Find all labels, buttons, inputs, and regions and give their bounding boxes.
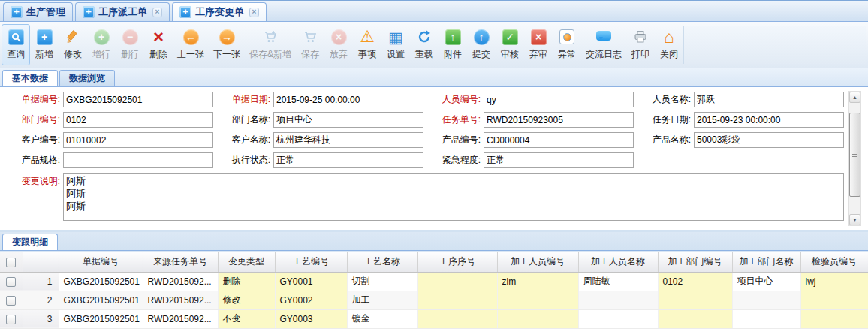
field-product-name: 产品名称: xyxy=(634,132,844,148)
close-icon[interactable]: × xyxy=(249,8,259,17)
save-and-new-button[interactable]: 保存&新增 xyxy=(245,24,296,65)
delete-row-button[interactable]: − 删行 xyxy=(116,24,144,65)
row-checkbox[interactable] xyxy=(6,315,16,324)
query-button[interactable]: 查询 xyxy=(2,24,30,65)
add-icon: + xyxy=(35,27,54,47)
calendar-grid-icon: ▦ xyxy=(386,27,405,47)
field-empty xyxy=(634,152,844,168)
scroll-up-icon[interactable]: ▲ xyxy=(849,92,860,103)
product-spec-input[interactable] xyxy=(63,152,213,168)
row-number: 1 xyxy=(23,272,59,291)
col-craft-name[interactable]: 工艺名称 xyxy=(347,252,417,272)
form-tabbar: 基本数据 数据浏览 xyxy=(0,68,868,87)
submit-button[interactable]: ↑ 提交 xyxy=(467,24,496,65)
close-button[interactable]: ⌂ 关闭 xyxy=(655,24,683,65)
arrow-left-icon: ← xyxy=(181,27,200,47)
thumb-down-icon: × xyxy=(529,27,548,47)
task-date-label: 任务日期: xyxy=(634,113,691,126)
col-inspector-no[interactable]: 检验员编号 xyxy=(800,252,868,272)
customer-name-input[interactable] xyxy=(273,132,423,148)
person-name-input[interactable] xyxy=(694,92,844,107)
customer-no-label: 客户编号: xyxy=(3,134,60,146)
change-detail-grid: 单据编号 来源任务单号 变更类型 工艺编号 工艺名称 工序序号 加工人员编号 加… xyxy=(0,252,868,335)
unapprove-button[interactable]: × 弃审 xyxy=(524,24,553,65)
col-work-dept-no[interactable]: 加工部门编号 xyxy=(658,252,732,272)
arrow-right-icon: → xyxy=(217,27,237,47)
exec-status-input[interactable] xyxy=(273,152,423,168)
approve-button[interactable]: ✓ 审核 xyxy=(496,24,524,65)
thumb-up-icon: ✓ xyxy=(500,27,520,47)
field-urgency: 紧急程度: xyxy=(423,152,634,168)
form-scrollbar[interactable]: ▲ ▼ xyxy=(848,91,861,226)
pencil-icon xyxy=(63,27,83,47)
product-name-input[interactable] xyxy=(694,132,844,148)
customer-name-label: 客户名称: xyxy=(213,134,270,146)
col-craft-no[interactable]: 工艺编号 xyxy=(275,252,347,272)
add-row-button[interactable]: + 增行 xyxy=(87,24,116,65)
doc-no-input[interactable] xyxy=(63,92,213,107)
matters-button[interactable]: ⚠ 事项 xyxy=(353,24,381,65)
table-row[interactable]: 3 GXBG2015092501 RWD2015092... 不变 GY0003… xyxy=(0,309,868,328)
table-row[interactable]: 1 GXBG2015092501 RWD2015092... 删除 GY0001… xyxy=(0,272,868,291)
dept-name-label: 部门名称: xyxy=(213,113,270,126)
basic-data-form: 单据编号: 单据日期: 人员编号: 人员名称: 部门编号: 部门名称: xyxy=(0,87,868,230)
close-icon[interactable]: × xyxy=(152,8,162,17)
tab-change-detail[interactable]: 变跟明细 xyxy=(2,234,58,250)
col-process-seq[interactable]: 工序序号 xyxy=(417,252,497,272)
field-dept-name: 部门名称: xyxy=(213,112,423,128)
col-source-task-no[interactable]: 来源任务单号 xyxy=(143,252,218,272)
person-no-label: 人员编号: xyxy=(423,93,481,106)
dept-name-input[interactable] xyxy=(273,112,423,128)
communication-log-button[interactable]: 交流日志 xyxy=(581,24,626,65)
cart-icon xyxy=(300,27,320,47)
row-checkbox[interactable] xyxy=(6,277,16,287)
select-all-checkbox[interactable] xyxy=(6,258,16,267)
exception-icon xyxy=(557,27,577,47)
toolbar-spacer xyxy=(683,26,866,64)
next-button[interactable]: → 下一张 xyxy=(209,24,245,65)
scrollbar-thumb[interactable] xyxy=(849,113,860,197)
change-note-textarea[interactable]: 阿斯 阿斯 阿斯 xyxy=(63,173,844,221)
refresh-icon xyxy=(414,27,434,47)
table-row[interactable]: 2 GXBG2015092501 RWD2015092... 修改 GY0002… xyxy=(0,291,868,309)
dept-no-input[interactable] xyxy=(63,112,213,128)
tab-process-dispatch-order[interactable]: + 工序派工单 × xyxy=(75,2,170,21)
urgency-input[interactable] xyxy=(484,152,634,168)
previous-button[interactable]: ← 上一张 xyxy=(173,24,209,65)
save-button[interactable]: 保存 xyxy=(296,24,324,65)
settings-button[interactable]: ▦ 设置 xyxy=(381,24,410,65)
print-button[interactable]: 打印 xyxy=(626,24,655,65)
task-date-input[interactable] xyxy=(694,112,844,128)
delete-row-icon: − xyxy=(120,27,140,47)
person-no-input[interactable] xyxy=(484,92,634,107)
reload-button[interactable]: 重载 xyxy=(410,24,439,65)
module-plus-icon: + xyxy=(83,6,95,18)
col-worker-no[interactable]: 加工人员编号 xyxy=(497,252,578,272)
customer-no-input[interactable] xyxy=(63,132,213,148)
exec-status-label: 执行状态: xyxy=(213,154,270,167)
tab-data-browse[interactable]: 数据浏览 xyxy=(59,70,115,86)
process-change-order-window: + 生产管理 + 工序派工单 × + 工序变更单 × 查询 + 新增 xyxy=(0,0,868,335)
delete-button[interactable]: × 删除 xyxy=(144,24,173,65)
task-no-input[interactable] xyxy=(484,112,634,128)
col-work-dept-name[interactable]: 加工部门名称 xyxy=(732,252,800,272)
row-checkbox[interactable] xyxy=(6,296,16,306)
tab-production-management[interactable]: + 生产管理 xyxy=(3,2,73,21)
urgency-label: 紧急程度: xyxy=(423,154,481,167)
product-no-input[interactable] xyxy=(484,132,634,148)
add-button[interactable]: + 新增 xyxy=(30,24,59,65)
detail-tab-label: 变跟明细 xyxy=(12,236,48,249)
product-no-label: 产品编号: xyxy=(423,134,481,146)
discard-button[interactable]: × 放弃 xyxy=(324,24,353,65)
tab-process-change-order[interactable]: + 工序变更单 × xyxy=(172,2,267,21)
col-change-type[interactable]: 变更类型 xyxy=(218,252,275,272)
tab-basic-data[interactable]: 基本数据 xyxy=(2,70,58,86)
col-worker-name[interactable]: 加工人员名称 xyxy=(578,252,658,272)
edit-button[interactable]: 修改 xyxy=(59,24,87,65)
col-doc-no[interactable]: 单据编号 xyxy=(59,252,143,272)
doc-date-input[interactable] xyxy=(273,92,423,107)
field-doc-date: 单据日期: xyxy=(213,92,423,107)
attachments-button[interactable]: ↑ 附件 xyxy=(439,24,467,65)
scroll-down-icon[interactable]: ▼ xyxy=(849,214,860,225)
exception-button[interactable]: 异常 xyxy=(553,24,581,65)
